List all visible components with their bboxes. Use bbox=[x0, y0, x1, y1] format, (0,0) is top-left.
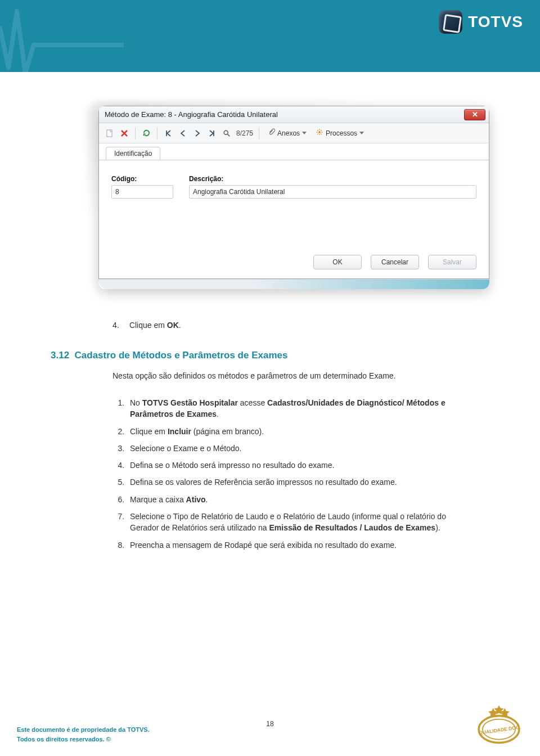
chevron-down-icon bbox=[302, 132, 307, 134]
ecg-wave-decor bbox=[0, 0, 124, 84]
screenshot-bottom-edge bbox=[98, 279, 489, 289]
nav-first-icon[interactable] bbox=[163, 128, 173, 138]
header-band: TOTVS bbox=[0, 0, 540, 72]
processos-dropdown[interactable]: Processos bbox=[313, 128, 366, 138]
list-item: Marque a caixa Ativo. bbox=[127, 494, 461, 505]
save-button[interactable]: Salvar bbox=[428, 255, 476, 269]
refresh-icon[interactable] bbox=[141, 128, 151, 138]
anexos-dropdown[interactable]: Anexos bbox=[265, 128, 309, 138]
footer-copyright: Este documento é de propriedade da TOTVS… bbox=[17, 725, 150, 745]
list-item: Preencha a mensagem de Rodapé que será e… bbox=[127, 539, 461, 551]
codigo-label: Código: bbox=[111, 175, 173, 183]
descricao-input[interactable] bbox=[189, 185, 476, 199]
cancel-button[interactable]: Cancelar bbox=[371, 255, 419, 269]
brand-name: TOTVS bbox=[468, 13, 523, 31]
new-icon[interactable] bbox=[105, 128, 115, 138]
record-position: 8/275 bbox=[236, 129, 253, 137]
list-item: Defina se os valores de Referência serão… bbox=[127, 476, 461, 488]
window-title: Método de Exame: 8 - Angiografia Carótid… bbox=[105, 110, 278, 119]
codigo-input[interactable] bbox=[111, 185, 173, 199]
attachment-icon bbox=[267, 128, 275, 138]
anexos-label: Anexos bbox=[277, 129, 300, 137]
tab-identificacao[interactable]: Identificação bbox=[106, 147, 160, 160]
brand-logo: TOTVS bbox=[439, 10, 523, 34]
list-item: Defina se o Método será impresso no resu… bbox=[127, 460, 461, 471]
preceding-step-4: 4. Clique em OK. bbox=[112, 321, 501, 330]
brand-cube-icon bbox=[439, 10, 462, 34]
ok-button[interactable]: OK bbox=[313, 255, 362, 269]
descricao-label: Descrição: bbox=[189, 175, 476, 183]
gear-icon bbox=[316, 128, 323, 138]
close-icon: ✕ bbox=[472, 110, 478, 119]
chevron-down-icon bbox=[359, 132, 364, 134]
list-item: Selecione o Tipo de Relatório de Laudo e… bbox=[127, 511, 461, 534]
list-item: Clique em Incluir (página em branco). bbox=[127, 426, 461, 437]
processos-label: Processos bbox=[326, 129, 357, 137]
svg-point-1 bbox=[224, 130, 228, 134]
svg-rect-0 bbox=[107, 130, 112, 137]
nav-prev-icon[interactable] bbox=[178, 128, 188, 138]
close-button[interactable]: ✕ bbox=[464, 109, 485, 120]
section-intro: Nesta opção são definidos os métodos e p… bbox=[112, 371, 501, 380]
list-item: Selecione o Exame e o Método. bbox=[127, 443, 461, 454]
nav-next-icon[interactable] bbox=[192, 128, 202, 138]
list-item: No TOTVS Gestão Hospitalar acesse Cadast… bbox=[127, 397, 461, 420]
svg-point-2 bbox=[318, 131, 321, 133]
toolbar: 8/275 Anexos Processos bbox=[99, 123, 489, 143]
nav-last-icon[interactable] bbox=[207, 128, 217, 138]
screenshot-figure: Método de Exame: 8 - Angiografia Carótid… bbox=[98, 106, 489, 289]
search-icon[interactable] bbox=[222, 128, 232, 138]
delete-icon[interactable] bbox=[119, 128, 129, 138]
window-titlebar: Método de Exame: 8 - Angiografia Carótid… bbox=[99, 106, 489, 123]
quality-stamp-icon: QUALIDADE DOC bbox=[475, 704, 523, 745]
steps-list: No TOTVS Gestão Hospitalar acesse Cadast… bbox=[127, 397, 501, 551]
section-heading: 3.12 Cadastro de Métodos e Parâmetros de… bbox=[51, 350, 501, 361]
